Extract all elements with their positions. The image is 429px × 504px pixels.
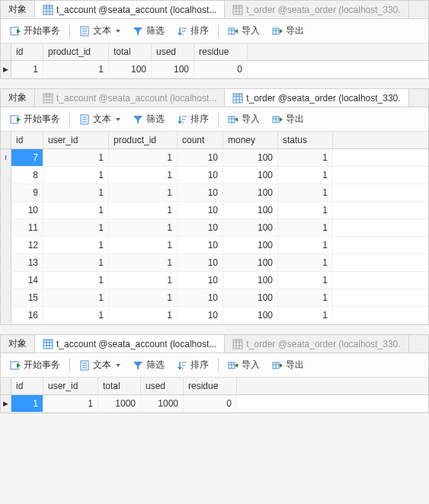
column-header[interactable]: total (109, 43, 152, 60)
text-button[interactable]: 文本 (75, 22, 125, 40)
grid-cell[interactable]: 1 (43, 61, 109, 78)
grid-cell[interactable]: 100 (223, 237, 278, 254)
grid-cell[interactable]: 1 (278, 202, 333, 219)
grid-cell[interactable]: 100 (223, 289, 278, 306)
grid-cell[interactable]: 1 (43, 272, 109, 289)
grid-cell[interactable]: 1 (109, 167, 178, 183)
column-header[interactable]: status (278, 132, 333, 148)
grid-cell[interactable]: 1 (43, 167, 109, 183)
column-header[interactable]: count (178, 132, 223, 148)
grid-cell[interactable]: 10 (11, 202, 43, 219)
grid-cell[interactable]: 1000 (98, 395, 141, 412)
sort-button[interactable]: 排序 (172, 110, 213, 128)
grid-cell[interactable]: 10 (178, 254, 223, 271)
grid-cell[interactable]: 0 (184, 395, 237, 412)
grid-cell[interactable]: 1 (278, 167, 333, 183)
grid-cell[interactable]: 1 (43, 307, 109, 324)
grid-cell[interactable]: 1 (109, 289, 178, 306)
import-button[interactable]: 导入 (223, 356, 264, 374)
grid-cell[interactable]: 1 (109, 272, 178, 289)
grid-cell[interactable]: 1 (278, 149, 333, 166)
grid-cell[interactable]: 1 (11, 61, 43, 78)
grid-cell[interactable]: 15 (11, 289, 43, 306)
row-header[interactable] (1, 202, 11, 219)
row-header[interactable]: ▶ (1, 395, 11, 412)
column-header[interactable]: user_id (43, 378, 98, 394)
grid-cell[interactable]: 1 (109, 184, 178, 201)
row-header[interactable] (1, 184, 11, 201)
grid-cell[interactable]: 1 (43, 219, 109, 236)
grid-cell[interactable]: 16 (11, 307, 43, 324)
column-header[interactable]: residue (184, 378, 237, 394)
grid-cell[interactable]: 1 (43, 149, 109, 166)
grid-cell[interactable]: 100 (223, 219, 278, 236)
grid-cell[interactable]: 1 (43, 395, 98, 412)
grid-cell[interactable]: 1 (43, 289, 109, 306)
column-header[interactable]: id (11, 378, 43, 394)
begin-transaction-button[interactable]: 开始事务 (5, 22, 65, 40)
text-button[interactable]: 文本 (75, 356, 125, 374)
grid-cell[interactable]: 1 (109, 237, 178, 254)
grid-cell[interactable]: 1 (109, 149, 178, 166)
column-header[interactable]: product_id (109, 132, 178, 148)
grid-cell[interactable]: 12 (11, 237, 43, 254)
grid-cell[interactable]: 100 (223, 272, 278, 289)
grid-cell[interactable]: 1 (109, 202, 178, 219)
grid-cell[interactable]: 10 (178, 289, 223, 306)
grid-cell[interactable]: 14 (11, 272, 43, 289)
begin-transaction-button[interactable]: 开始事务 (5, 110, 65, 128)
grid-cell[interactable]: 1 (278, 254, 333, 271)
text-button[interactable]: 文本 (75, 110, 125, 128)
grid-cell[interactable]: 7 (11, 149, 43, 166)
begin-transaction-button[interactable]: 开始事务 (5, 356, 65, 374)
column-header[interactable]: product_id (43, 43, 109, 60)
grid-cell[interactable]: 1 (43, 184, 109, 201)
grid-cell[interactable]: 100 (223, 167, 278, 183)
table-tab[interactable]: t_account @seata_account (localhost... (35, 335, 225, 352)
column-header[interactable]: residue (194, 43, 248, 60)
grid-cell[interactable]: 100 (152, 61, 194, 78)
grid-cell[interactable]: 8 (11, 167, 43, 183)
grid-cell[interactable]: 1 (109, 307, 178, 324)
column-header[interactable]: used (152, 43, 194, 60)
table-tab[interactable]: t_account @seata_account (localhost... (35, 1, 225, 18)
grid-cell[interactable]: 1 (278, 307, 333, 324)
row-header[interactable] (1, 237, 11, 254)
export-button[interactable]: 导出 (267, 110, 309, 128)
grid-cell[interactable]: 100 (109, 61, 152, 78)
grid-cell[interactable]: 100 (223, 149, 278, 166)
grid-cell[interactable]: 10 (178, 219, 223, 236)
grid-cell[interactable]: 100 (223, 184, 278, 201)
grid-cell[interactable]: 10 (178, 272, 223, 289)
import-button[interactable]: 导入 (223, 22, 264, 40)
column-header[interactable]: id (11, 43, 43, 60)
grid-cell[interactable]: 1 (278, 289, 333, 306)
objects-tab[interactable]: 对象 (1, 89, 35, 107)
grid-cell[interactable]: 1 (43, 237, 109, 254)
grid-cell[interactable]: 100 (223, 202, 278, 219)
grid-cell[interactable]: 10 (178, 202, 223, 219)
table-tab[interactable]: t_order @seata_order (localhost_330. (225, 335, 408, 352)
column-header[interactable]: money (223, 132, 278, 148)
grid-cell[interactable]: 11 (11, 219, 43, 236)
grid-cell[interactable]: 1 (43, 202, 109, 219)
grid-cell[interactable]: 13 (11, 254, 43, 271)
grid-cell[interactable]: 1 (278, 219, 333, 236)
column-header[interactable]: user_id (43, 132, 109, 148)
grid-cell[interactable]: 100 (223, 307, 278, 324)
export-button[interactable]: 导出 (267, 22, 309, 40)
grid-cell[interactable]: 1 (278, 184, 333, 201)
row-header[interactable] (1, 289, 11, 306)
row-header[interactable] (1, 272, 11, 289)
grid-cell[interactable]: 1 (43, 254, 109, 271)
column-header[interactable]: used (141, 378, 184, 394)
table-tab[interactable]: t_order @seata_order (localhost_330. (225, 89, 408, 107)
filter-button[interactable]: 筛选 (128, 22, 169, 40)
grid-cell[interactable]: 1000 (141, 395, 184, 412)
grid-cell[interactable]: 10 (178, 167, 223, 183)
grid-cell[interactable]: 0 (194, 61, 248, 78)
filter-button[interactable]: 筛选 (128, 110, 169, 128)
grid-cell[interactable]: 1 (278, 237, 333, 254)
grid-cell[interactable]: 9 (11, 184, 43, 201)
row-header[interactable]: I (1, 149, 11, 166)
